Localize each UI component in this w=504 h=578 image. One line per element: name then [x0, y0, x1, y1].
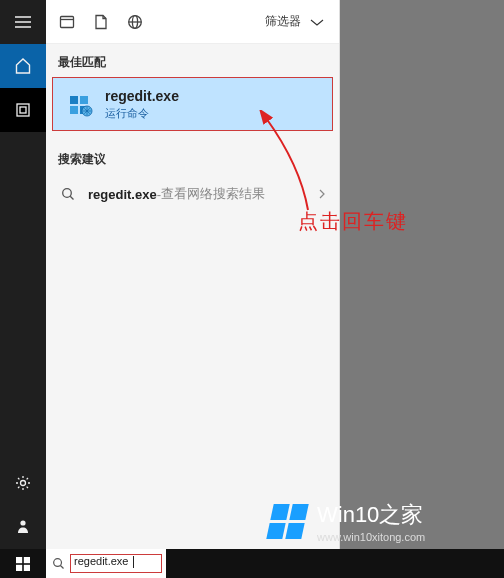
filters-dropdown[interactable]: 筛选器: [257, 5, 335, 39]
svg-rect-0: [61, 16, 74, 27]
regedit-icon: [63, 87, 97, 121]
search-icon: [58, 184, 78, 204]
start-button[interactable]: [0, 549, 46, 578]
desktop-wallpaper: [340, 0, 504, 578]
svg-point-23: [53, 559, 61, 567]
watermark: Win10之家 www.win10xitong.com: [270, 493, 504, 549]
apps-filter-icon[interactable]: [50, 5, 84, 39]
watermark-title: Win10之家: [317, 500, 425, 530]
web-filter-icon[interactable]: [118, 5, 152, 39]
search-input[interactable]: regedit.exe: [70, 554, 162, 573]
svg-line-24: [60, 565, 63, 568]
filters-label: 筛选器: [265, 13, 301, 30]
svg-point-17: [21, 481, 26, 486]
watermark-logo-icon: [266, 504, 308, 539]
feedback-button[interactable]: [0, 505, 46, 549]
chevron-right-icon: [317, 188, 327, 200]
annotation-text: 点击回车键: [298, 208, 408, 235]
home-button[interactable]: [0, 44, 46, 88]
svg-point-10: [63, 189, 72, 198]
settings-button[interactable]: [0, 461, 46, 505]
svg-rect-7: [70, 106, 78, 114]
best-match-title: regedit.exe: [105, 88, 179, 104]
best-match-section-label: 最佳匹配: [46, 44, 339, 77]
suggestion-query: regedit.exe: [88, 187, 157, 202]
search-icon: [50, 556, 66, 572]
watermark-url: www.win10xitong.com: [317, 531, 425, 543]
hamburger-menu-button[interactable]: [0, 0, 46, 44]
svg-rect-20: [24, 557, 30, 563]
search-panel-header: 筛选器: [46, 0, 339, 44]
svg-point-18: [20, 520, 25, 525]
best-match-subtitle: 运行命令: [105, 106, 179, 121]
start-left-rail: [0, 0, 46, 549]
svg-rect-21: [16, 564, 22, 570]
documents-filter-icon[interactable]: [84, 5, 118, 39]
svg-line-11: [70, 196, 73, 199]
web-suggestion-item[interactable]: regedit.exe - 查看网络搜索结果: [46, 174, 339, 214]
search-panel: 筛选器 最佳匹配 regedit.exe 运行命令: [46, 0, 340, 549]
svg-rect-16: [20, 107, 26, 113]
rail-tile-button[interactable]: [0, 88, 46, 132]
best-match-result[interactable]: regedit.exe 运行命令: [52, 77, 333, 131]
search-input-value: regedit.exe: [74, 555, 128, 567]
svg-rect-19: [16, 557, 22, 563]
taskbar: regedit.exe: [0, 549, 504, 578]
suggestion-desc: 查看网络搜索结果: [161, 185, 265, 203]
taskbar-search-box[interactable]: regedit.exe: [46, 549, 166, 578]
svg-rect-22: [24, 564, 30, 570]
svg-rect-5: [70, 96, 78, 104]
suggestions-section-label: 搜索建议: [46, 141, 339, 174]
search-results-body: 最佳匹配 regedit.exe 运行命令 搜索建议: [46, 44, 339, 214]
svg-rect-6: [80, 96, 88, 104]
svg-rect-15: [17, 104, 29, 116]
